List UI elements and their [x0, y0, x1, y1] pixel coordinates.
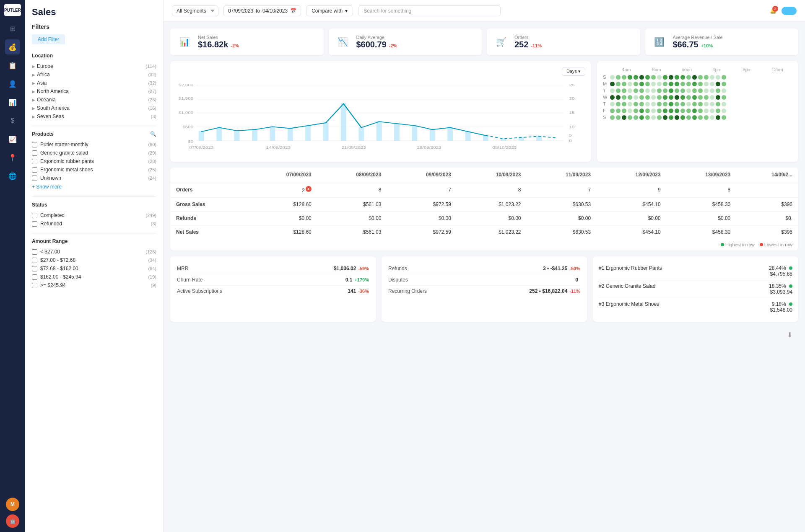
table-cell: 7: [527, 182, 597, 198]
nav-icon-customers[interactable]: 👤: [5, 76, 20, 91]
nav-icon-location[interactable]: 📍: [5, 150, 20, 165]
heatmap-dot: [722, 82, 726, 86]
compare-button[interactable]: Compare with ▾: [306, 5, 353, 16]
heatmap-dot: [692, 102, 697, 106]
download-icon[interactable]: ⬇: [170, 328, 798, 342]
heatmap-dot: [680, 115, 685, 120]
stat-row: MRR$1,036.02-59%: [177, 263, 369, 274]
search-input[interactable]: Search for something: [358, 5, 501, 16]
user-avatar-emoji[interactable]: 🤖: [6, 514, 19, 528]
table-cell: $0.: [736, 212, 798, 225]
svg-text:20: 20: [569, 97, 574, 101]
svg-text:28/09/2023: 28/09/2023: [417, 145, 441, 149]
table-cell: $630.53: [527, 225, 597, 239]
location-item[interactable]: ▶Seven Seas(3): [32, 112, 156, 121]
table-cell: 2●: [247, 182, 317, 198]
amount-filter-item[interactable]: $72.68 - $162.00(64): [32, 264, 156, 273]
days-button[interactable]: Days ▾: [562, 67, 585, 76]
svg-text:07/09/2023: 07/09/2023: [189, 145, 213, 149]
heatmap-row: T: [603, 101, 792, 106]
table-cell: $1,023.22: [457, 198, 527, 212]
date-range[interactable]: 07/09/2023 to 04/10/2023 📅: [223, 5, 301, 16]
nav-icon-orders[interactable]: 📋: [5, 58, 20, 73]
kpi-icon: 🛒: [493, 34, 509, 49]
amount-filter-item[interactable]: $27.00 - $72.68(34): [32, 256, 156, 264]
nav-icon-sales[interactable]: 💰: [5, 39, 20, 54]
location-item[interactable]: ▶North America(27): [32, 87, 156, 96]
heatmap-dot: [622, 115, 626, 120]
theme-toggle[interactable]: [782, 7, 797, 15]
kpi-value: $600.79: [356, 40, 387, 49]
stat-badge: -36%: [358, 289, 369, 294]
location-item[interactable]: ▶Africa(32): [32, 70, 156, 79]
table-row: Refunds$0.00$0.00$0.00$0.00$0.00$0.00$0.…: [170, 212, 798, 225]
user-avatar-m[interactable]: M: [6, 498, 19, 511]
heatmap-dot: [610, 95, 615, 100]
status-filter-item[interactable]: Refunded(3): [32, 220, 156, 228]
table-column-header: 12/09/2023: [597, 168, 667, 182]
heatmap-dot: [639, 95, 644, 100]
heatmap-dot: [716, 108, 720, 113]
heatmap-time-8am: 8am: [641, 67, 672, 72]
heatmap-dot: [657, 108, 662, 113]
heatmap-dot: [663, 88, 667, 93]
location-item[interactable]: ▶Asia(32): [32, 79, 156, 87]
stat-row: Refunds3 • -$41.25-50%: [388, 263, 580, 274]
heatmap-dot: [686, 115, 691, 120]
amount-section-title: Amount Range: [32, 238, 156, 244]
amount-filter-item[interactable]: $162.00 - $245.94(19): [32, 273, 156, 281]
table-column-header: 13/09/2023: [667, 168, 737, 182]
heatmap-dot: [645, 95, 650, 100]
legend-highest: Highest in row: [721, 242, 755, 247]
show-more-button[interactable]: + Show more: [32, 182, 156, 191]
kpi-value: $16.82k: [198, 40, 228, 49]
product-filter-item[interactable]: Generic granite salad(29): [32, 149, 156, 157]
table-column-header: 07/09/2023: [247, 168, 317, 182]
nav-icon-reports[interactable]: 📊: [5, 95, 20, 110]
svg-rect-22: [305, 125, 311, 141]
arrow-icon: ▶: [32, 89, 35, 94]
arrow-icon: ▶: [32, 81, 35, 85]
location-item[interactable]: ▶South America(16): [32, 104, 156, 112]
heatmap-dot: [698, 102, 703, 106]
amount-filter-item[interactable]: < $27.00(126): [32, 248, 156, 256]
amount-filter-item[interactable]: >= $245.94(9): [32, 281, 156, 289]
top-product-item: #2 Generic Granite Salad18.35% $3,093.94: [599, 280, 792, 298]
heatmap-dot: [639, 82, 644, 86]
kpi-label: Daily Average: [356, 35, 397, 40]
heatmap-dot: [675, 108, 679, 113]
products-search-icon[interactable]: 🔍: [150, 131, 156, 137]
product-filter-item[interactable]: Ergonomic rubber pants(28): [32, 157, 156, 165]
nav-icon-revenue[interactable]: $: [5, 113, 20, 128]
status-filter-item[interactable]: Completed(249): [32, 211, 156, 220]
heatmap-dot: [680, 75, 685, 80]
location-item[interactable]: ▶Oceania(26): [32, 96, 156, 104]
nav-icon-trends[interactable]: 📈: [5, 132, 20, 147]
heatmap-dot: [657, 88, 662, 93]
location-item[interactable]: ▶Europe(114): [32, 62, 156, 70]
heatmap-dot: [645, 108, 650, 113]
arrow-icon: ▶: [32, 106, 35, 111]
nav-icon-dashboard[interactable]: ⊞: [5, 21, 20, 36]
kpi-label: Net Sales: [198, 35, 239, 40]
heatmap-dot: [645, 115, 650, 120]
notification-bell[interactable]: 🔔 2: [770, 8, 776, 14]
nav-icon-globe[interactable]: 🌐: [5, 168, 20, 183]
svg-text:05/10/2023: 05/10/2023: [492, 145, 517, 149]
heatmap-dot: [710, 88, 714, 93]
segment-select[interactable]: All Segments: [172, 5, 218, 16]
heatmap-dot: [651, 82, 656, 86]
table-cell: 8: [317, 182, 387, 198]
stat-badge: +179%: [354, 277, 369, 282]
table-row-label: Refunds: [170, 212, 247, 225]
table-cell: $561.03: [317, 198, 387, 212]
heatmap-dot: [669, 108, 673, 113]
product-filter-item[interactable]: Ergonomic metal shoes(25): [32, 165, 156, 174]
product-filter-item[interactable]: Putler starter-monthly(80): [32, 140, 156, 149]
heatmap-dot: [639, 108, 644, 113]
add-filter-button[interactable]: Add Filter: [32, 34, 65, 44]
table-header: 07/09/202308/09/202309/09/202310/09/2023…: [170, 168, 798, 182]
heatmap-dot: [634, 75, 638, 80]
product-filter-item[interactable]: Unknown(24): [32, 174, 156, 182]
heatmap-dot: [698, 75, 703, 80]
